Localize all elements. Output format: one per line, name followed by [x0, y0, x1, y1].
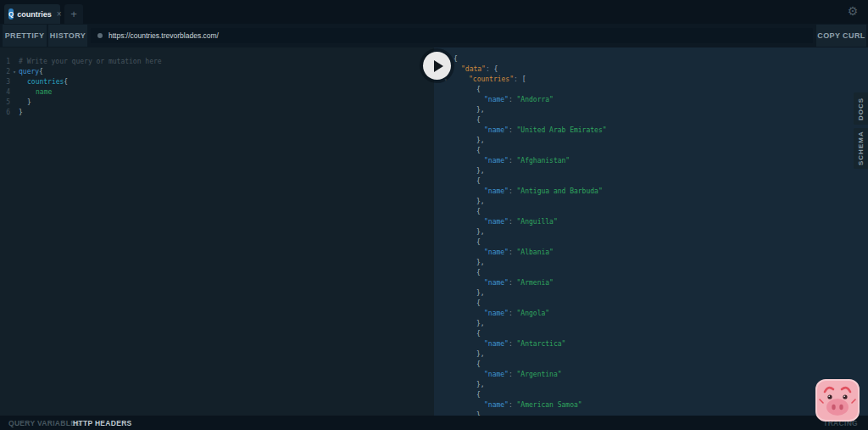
pig-sticker	[815, 377, 860, 422]
result-line: {	[444, 115, 860, 126]
result-line: "name": "Antigua and Barbuda"	[444, 187, 860, 197]
result-line: },	[444, 197, 860, 207]
result-line: {	[444, 207, 860, 217]
result-line: "name": "Afghanistan"	[444, 156, 860, 166]
result-line: {	[444, 237, 860, 248]
schema-side-tab[interactable]: SCHEMA	[854, 128, 868, 169]
code-line: 3countries{	[0, 77, 434, 87]
result-line: },	[444, 166, 860, 176]
result-line: },	[444, 288, 860, 299]
code-line: 5}	[0, 98, 434, 108]
bottom-bar: QUERY VARIABLES HTTP HEADERS TRACING	[0, 416, 868, 430]
history-button[interactable]: HISTORY	[48, 25, 87, 47]
tab-close-icon[interactable]: ×	[57, 9, 62, 19]
settings-gear-icon[interactable]: ⚙	[844, 3, 861, 20]
toolbar: PRETTIFY HISTORY COPY CURL	[0, 24, 868, 47]
result-line: "name": "Angola"	[444, 309, 860, 319]
result-line: },	[444, 227, 860, 237]
result-line: "name": "Andorra"	[444, 95, 860, 105]
result-line: ▾"countries": [	[444, 75, 860, 85]
result-line: },	[444, 380, 860, 390]
result-line: "name": "Albania"	[444, 248, 860, 258]
execute-query-button[interactable]	[423, 52, 451, 80]
result-line: "name": "United Arab Emirates"	[444, 126, 860, 136]
result-line: {	[444, 299, 860, 309]
result-line: "name": "American Samoa"	[444, 400, 860, 410]
query-tab-icon: Q	[8, 8, 14, 20]
code-line: 2▾query{	[0, 67, 434, 77]
response-json-lines: ▾{▾"data": {▾"countries": [{"name": "And…	[444, 54, 860, 416]
result-line: {	[444, 268, 860, 278]
result-line: "name": "Antarctica"	[444, 339, 860, 349]
result-line: },	[444, 258, 860, 268]
result-line: {	[444, 329, 860, 339]
prettify-button[interactable]: PRETTIFY	[3, 25, 47, 47]
query-editor-lines: 1# Write your query or mutation here2▾qu…	[0, 57, 434, 118]
docs-side-tab[interactable]: DOCS	[854, 92, 868, 125]
query-editor-pane[interactable]: 1# Write your query or mutation here2▾qu…	[0, 47, 434, 416]
query-variables-tab[interactable]: QUERY VARIABLES	[8, 416, 81, 430]
tab-bar: Q countries × + ⚙	[0, 0, 868, 24]
graphql-playground-window: Q countries × + ⚙ PRETTIFY HISTORY COPY …	[0, 0, 868, 430]
result-line: },	[444, 319, 860, 329]
result-line: {	[444, 390, 860, 400]
result-line: "name": "Argentina"	[444, 370, 860, 380]
result-line: ▾"data": {	[444, 64, 860, 75]
result-line: },	[444, 136, 860, 146]
tab-countries[interactable]: Q countries ×	[4, 4, 60, 24]
code-line: 4name	[0, 87, 434, 98]
endpoint-url-bar	[91, 28, 813, 43]
code-line: 6}	[0, 108, 434, 118]
play-icon	[434, 60, 443, 72]
endpoint-url-input[interactable]	[108, 31, 806, 40]
code-line: 1# Write your query or mutation here	[0, 57, 434, 67]
new-tab-button[interactable]: +	[64, 4, 83, 24]
http-headers-tab[interactable]: HTTP HEADERS	[73, 416, 132, 430]
result-line: {	[444, 176, 860, 187]
response-pane: ▾{▾"data": {▾"countries": [{"name": "And…	[434, 47, 868, 416]
result-line: "name": "Armenia"	[444, 278, 860, 288]
result-line: {	[444, 360, 860, 370]
copy-curl-button[interactable]: COPY CURL	[816, 25, 866, 47]
endpoint-status-dot-icon	[97, 33, 103, 38]
result-line: },	[444, 349, 860, 360]
result-line: "name": "Anguilla"	[444, 217, 860, 227]
result-line: {	[444, 146, 860, 156]
result-line: },	[444, 105, 860, 115]
tab-label: countries	[17, 10, 52, 19]
result-line: ▾{	[444, 54, 860, 64]
result-line: {	[444, 85, 860, 95]
